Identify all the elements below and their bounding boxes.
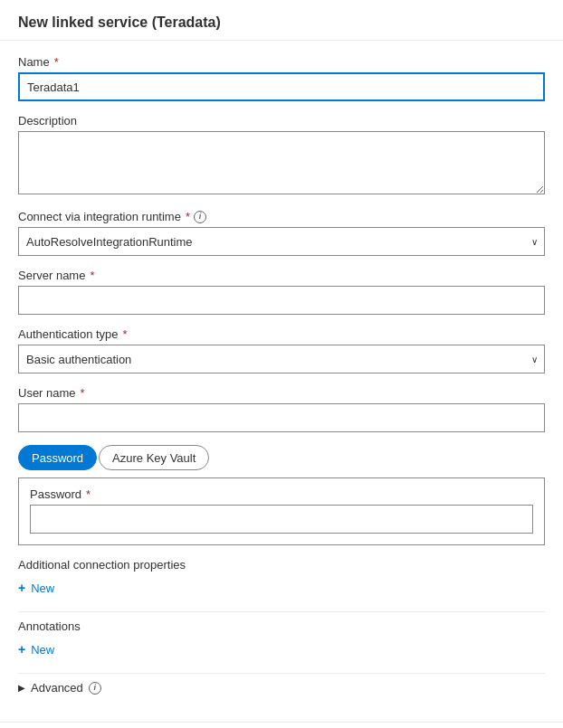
password-tabs: Password Azure Key Vault (18, 445, 545, 470)
password-section: Password Azure Key Vault Password * (18, 445, 545, 545)
azure-key-vault-tab[interactable]: Azure Key Vault (99, 445, 209, 470)
advanced-label: Advanced (31, 681, 83, 695)
advanced-chevron-icon: ▶ (18, 683, 25, 693)
dialog-header: New linked service (Teradata) (0, 0, 563, 41)
dialog-footer: Create Back 🔌 Test connection Cancel (0, 722, 563, 728)
advanced-row[interactable]: ▶ Advanced i (18, 681, 545, 695)
add-connection-property-button[interactable]: + New (18, 577, 54, 599)
password-input[interactable] (30, 505, 533, 534)
new-linked-service-dialog: New linked service (Teradata) Name * Des… (0, 0, 563, 728)
user-required: * (81, 386, 85, 400)
dialog-title: New linked service (Teradata) (18, 14, 545, 31)
advanced-info-icon[interactable]: i (89, 682, 101, 695)
server-name-input[interactable] (18, 286, 545, 315)
server-name-group: Server name * (18, 269, 545, 315)
integration-runtime-group: Connect via integration runtime * i Auto… (18, 210, 545, 256)
name-group: Name * (18, 55, 545, 101)
additional-props-label: Additional connection properties (18, 558, 545, 572)
user-name-label: User name * (18, 386, 545, 400)
server-name-label: Server name * (18, 269, 545, 282)
plus-icon: + (18, 581, 25, 595)
ir-required: * (186, 210, 190, 223)
name-label: Name * (18, 55, 545, 69)
divider2 (18, 673, 545, 674)
annotations-group: Annotations + New (18, 619, 545, 660)
name-required: * (54, 55, 59, 69)
divider1 (18, 611, 545, 612)
auth-type-label: Authentication type * (18, 327, 545, 341)
integration-runtime-select-wrapper: AutoResolveIntegrationRuntime ∨ (18, 227, 545, 256)
server-required: * (90, 269, 94, 282)
dialog-body: Name * Description Connect via integrati… (0, 41, 563, 722)
integration-runtime-select[interactable]: AutoResolveIntegrationRuntime (18, 227, 545, 256)
auth-type-select[interactable]: Basic authentication (18, 345, 545, 373)
password-box: Password * (18, 477, 545, 545)
ir-info-icon[interactable]: i (194, 211, 206, 223)
name-input[interactable] (18, 72, 545, 101)
user-name-input[interactable] (18, 403, 545, 432)
annotations-plus-icon: + (18, 642, 25, 657)
auth-type-select-wrapper: Basic authentication ∨ (18, 345, 545, 373)
auth-required: * (123, 327, 128, 341)
auth-type-group: Authentication type * Basic authenticati… (18, 327, 545, 373)
description-group: Description (18, 114, 545, 197)
additional-props-group: Additional connection properties + New (18, 558, 545, 599)
advanced-group: ▶ Advanced i (18, 681, 545, 695)
password-field-label: Password * (30, 487, 533, 501)
add-connection-property-label: New (31, 581, 54, 595)
add-annotation-label: New (31, 643, 54, 657)
add-annotation-button[interactable]: + New (18, 638, 54, 660)
integration-runtime-label: Connect via integration runtime * i (18, 210, 545, 223)
password-tab[interactable]: Password (18, 445, 97, 470)
password-required: * (86, 487, 91, 501)
description-label: Description (18, 114, 545, 128)
user-name-group: User name * (18, 386, 545, 432)
annotations-label: Annotations (18, 619, 545, 633)
description-textarea[interactable] (18, 131, 545, 194)
